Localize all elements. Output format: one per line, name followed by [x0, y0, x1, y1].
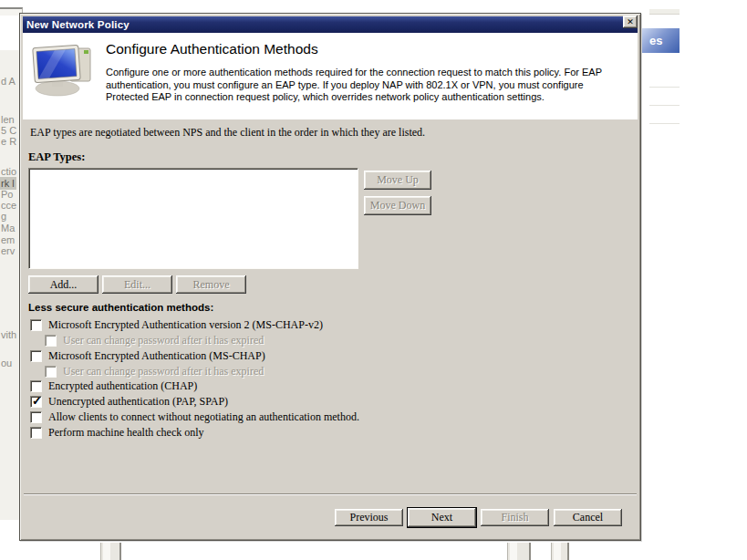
finish-button[interactable]: Finish [481, 509, 549, 526]
wizard-header: Configure Authentication Methods Configu… [23, 33, 638, 119]
page-description: Configure one or more authentication met… [106, 67, 633, 104]
edit-button[interactable]: Edit... [102, 275, 172, 294]
checkbox-no-negotiation[interactable]: Allow clients to connect without negotia… [30, 410, 359, 424]
checkbox-label: User can change password after it has ex… [63, 334, 264, 347]
background-list-row-line [649, 87, 680, 88]
checkbox-ms-chap-v2[interactable]: Microsoft Encrypted Authentication versi… [30, 318, 323, 332]
checkbox-machine-health-only[interactable]: Perform machine health check only [30, 426, 204, 440]
page-title: Configure Authentication Methods [106, 41, 318, 57]
background-window-edge-top-right [649, 9, 680, 15]
background-text-fragment: ctio [1, 166, 16, 177]
checkbox-box[interactable] [30, 350, 42, 362]
checkbox-label: Encrypted authentication (CHAP) [48, 379, 197, 393]
background-text-fragment: d A [1, 76, 16, 87]
move-down-button[interactable]: Move Down [364, 196, 431, 215]
eap-types-label: EAP Types: [28, 150, 85, 164]
background-text-fragment: g [1, 211, 6, 222]
background-text-fragment: cce [1, 200, 16, 211]
background-text-fragment: vith [1, 329, 16, 340]
move-up-button[interactable]: Move Up [364, 171, 431, 190]
cancel-button[interactable]: Cancel [554, 509, 622, 526]
checkbox-label: Perform machine health check only [48, 426, 204, 440]
background-text-fragment: erv [1, 245, 15, 256]
checkbox-box[interactable] [45, 366, 57, 378]
checkbox-label: User can change password after it has ex… [63, 365, 264, 379]
eap-types-listbox[interactable] [28, 168, 358, 269]
eap-negotiation-note: EAP types are negotiated between NPS and… [30, 126, 425, 140]
less-secure-methods-label: Less secure authentication methods: [28, 302, 213, 313]
background-window-edge-bottom [551, 543, 569, 560]
checkbox-box[interactable] [45, 335, 57, 347]
background-text-fragment: rk l [0, 177, 16, 190]
add-button[interactable]: Add... [28, 275, 99, 294]
computer-icon [28, 42, 96, 99]
close-button[interactable]: ✕ [623, 16, 638, 28]
background-text-fragment: Ma [1, 223, 15, 233]
background-text-fragment: len [1, 114, 15, 125]
background-selected-item: es [642, 28, 680, 53]
checkbox-label: Microsoft Encrypted Authentication (MS-C… [48, 349, 265, 363]
checkbox-pap-spap[interactable]: Unencrypted authentication (PAP, SPAP) [30, 395, 228, 409]
checkbox-label: Unencrypted authentication (PAP, SPAP) [48, 395, 228, 409]
dialog-title: New Network Policy [23, 19, 130, 30]
background-text-fragment: Po [1, 189, 13, 200]
remove-button[interactable]: Remove [176, 275, 246, 294]
checkbox-box[interactable] [30, 396, 42, 408]
dialog-titlebar[interactable]: New Network Policy [23, 16, 638, 33]
new-network-policy-dialog: New Network Policy ✕ [19, 13, 641, 541]
background-window-edge-bottom [507, 543, 531, 560]
background-window-edge-bottom [100, 543, 121, 560]
checkbox-password-expired-v2[interactable]: User can change password after it has ex… [45, 334, 264, 347]
close-icon: ✕ [627, 17, 634, 26]
background-text-fragment: ou [1, 358, 12, 368]
background-window-left: d Alen5 Ce Rctiork lPoccegMaemervvithou [0, 50, 19, 520]
next-button[interactable]: Next [408, 508, 476, 527]
background-text-fragment: 5 C [1, 125, 16, 136]
background-list-row-line [649, 123, 680, 124]
checkbox-password-expired[interactable]: User can change password after it has ex… [45, 365, 264, 379]
checkbox-ms-chap[interactable]: Microsoft Encrypted Authentication (MS-C… [30, 349, 265, 363]
checkbox-box[interactable] [30, 380, 42, 392]
checkbox-box[interactable] [30, 427, 42, 439]
checkbox-box[interactable] [30, 319, 42, 331]
checkbox-chap[interactable]: Encrypted authentication (CHAP) [30, 379, 197, 393]
previous-button[interactable]: Previous [335, 509, 403, 526]
checkbox-label: Allow clients to connect without negotia… [48, 410, 359, 424]
checkbox-label: Microsoft Encrypted Authentication versi… [48, 318, 323, 332]
background-text-fragment: em [1, 234, 15, 245]
background-text-fragment: e R [1, 136, 16, 147]
checkbox-box[interactable] [30, 411, 42, 423]
background-list-row-line [649, 105, 680, 106]
footer-separator [24, 493, 637, 495]
